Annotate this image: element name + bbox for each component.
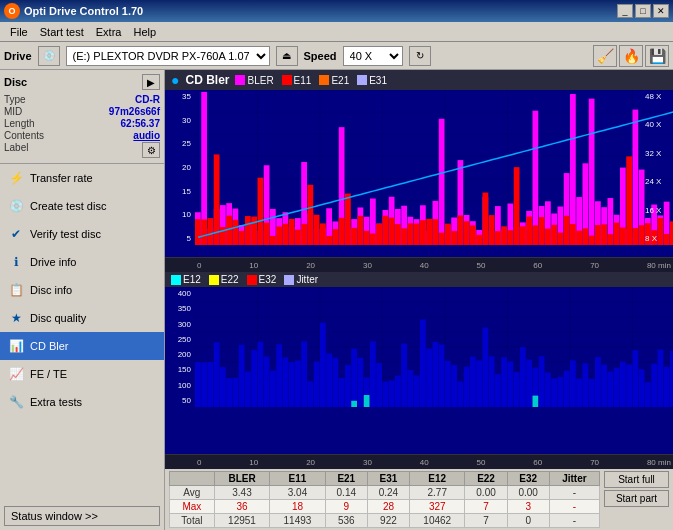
disc-type-row: Type CD-R xyxy=(4,94,160,105)
disc-arrow-button[interactable]: ▶ xyxy=(142,74,160,90)
nav-cd-bler[interactable]: 📊 CD Bler xyxy=(0,332,164,360)
legend-e32-color xyxy=(247,275,257,285)
legend-e31: E31 xyxy=(357,75,387,86)
data-table: BLER E11 E21 E31 E12 E22 E32 Jitter xyxy=(169,471,600,528)
y-axis-top-10: 10 xyxy=(165,210,193,219)
max-e31: 28 xyxy=(367,500,409,514)
status-window-button[interactable]: Status window >> xyxy=(4,506,160,526)
close-button[interactable]: ✕ xyxy=(653,4,669,18)
x-axis-60: 60 xyxy=(533,261,542,270)
y-axis-bottom-350: 350 xyxy=(165,304,193,313)
left-panel: Disc ▶ Type CD-R MID 97m26s66f Length 62… xyxy=(0,70,165,530)
max-e32: 3 xyxy=(507,500,549,514)
avg-e11: 3.04 xyxy=(270,486,325,500)
col-header-e11: E11 xyxy=(270,472,325,486)
burn-button[interactable]: 🔥 xyxy=(619,45,643,67)
table-row-avg: Avg 3.43 3.04 0.14 0.24 2.77 0.00 0.00 - xyxy=(170,486,600,500)
y-axis-speed-40: 40 X xyxy=(643,120,673,129)
app-title: Opti Drive Control 1.70 xyxy=(24,5,143,17)
menu-help[interactable]: Help xyxy=(127,25,162,39)
save-button[interactable]: 💾 xyxy=(645,45,669,67)
total-e32: 0 xyxy=(507,514,549,528)
start-full-button[interactable]: Start full xyxy=(604,471,669,488)
avg-jitter: - xyxy=(549,486,599,500)
nav-disc-quality[interactable]: ★ Disc quality xyxy=(0,304,164,332)
fe-te-icon: 📈 xyxy=(8,366,24,382)
nav-drive-info-label: Drive info xyxy=(30,256,76,268)
col-header-e21: E21 xyxy=(325,472,367,486)
x-axis-70: 70 xyxy=(590,261,599,270)
table-with-buttons: BLER E11 E21 E31 E12 E22 E32 Jitter xyxy=(169,471,669,528)
col-header-bler: BLER xyxy=(214,472,269,486)
app-window: O Opti Drive Control 1.70 _ □ ✕ File Sta… xyxy=(0,0,673,530)
total-e11: 11493 xyxy=(270,514,325,528)
max-e21: 9 xyxy=(325,500,367,514)
right-panel: ● CD Bler BLER E11 E21 xyxy=(165,70,673,530)
x2-axis-0: 0 xyxy=(197,458,201,467)
legend-e22: E22 xyxy=(209,274,239,285)
x-axis-40: 40 xyxy=(420,261,429,270)
disc-type-label: Type xyxy=(4,94,26,105)
x-axis-0: 0 xyxy=(197,261,201,270)
disc-section: Disc ▶ Type CD-R MID 97m26s66f Length 62… xyxy=(0,70,164,164)
col-header-e31: E31 xyxy=(367,472,409,486)
toolbar-buttons: 🧹 🔥 💾 xyxy=(593,45,669,67)
nav-transfer-rate[interactable]: ⚡ Transfer rate xyxy=(0,164,164,192)
nav-create-test-disc-label: Create test disc xyxy=(30,200,106,212)
x-axis-50: 50 xyxy=(477,261,486,270)
nav-extra-tests[interactable]: 🔧 Extra tests xyxy=(0,388,164,416)
nav-fe-te[interactable]: 📈 FE / TE xyxy=(0,360,164,388)
refresh-button[interactable]: ↻ xyxy=(409,46,431,66)
chart-title: CD Bler xyxy=(185,73,229,87)
app-icon: O xyxy=(4,3,20,19)
menu-extra[interactable]: Extra xyxy=(90,25,128,39)
cd-bler-icon: 📊 xyxy=(8,338,24,354)
charts-container: 35 30 25 20 15 10 5 48 X 40 X 32 X 24 X xyxy=(165,90,673,530)
menu-start-test[interactable]: Start test xyxy=(34,25,90,39)
y-axis-top-30: 30 xyxy=(165,116,193,125)
col-header-jitter: Jitter xyxy=(549,472,599,486)
x2-axis-30: 30 xyxy=(363,458,372,467)
y-axis-top-35: 35 xyxy=(165,92,193,101)
minimize-button[interactable]: _ xyxy=(617,4,633,18)
start-buttons: Start full Start part xyxy=(604,471,669,507)
total-e31: 922 xyxy=(367,514,409,528)
nav-drive-info[interactable]: ℹ Drive info xyxy=(0,248,164,276)
nav-disc-info[interactable]: 📋 Disc info xyxy=(0,276,164,304)
start-part-button[interactable]: Start part xyxy=(604,490,669,507)
eraser-button[interactable]: 🧹 xyxy=(593,45,617,67)
drive-select[interactable]: (E:) PLEXTOR DVDR PX-760A 1.07 xyxy=(66,46,270,66)
nav-disc-quality-label: Disc quality xyxy=(30,312,86,324)
y-axis-speed-32: 32 X xyxy=(643,149,673,158)
disc-contents-row: Contents audio xyxy=(4,130,160,141)
col-header-blank xyxy=(170,472,215,486)
disc-quality-icon: ★ xyxy=(8,310,24,326)
legend-jitter: Jitter xyxy=(284,274,318,285)
nav-extra-tests-label: Extra tests xyxy=(30,396,82,408)
x2-axis-80: 80 min xyxy=(647,458,671,467)
disc-label-icon-button[interactable]: ⚙ xyxy=(142,142,160,158)
y-axis-speed-8: 8 X xyxy=(643,234,673,243)
nav-verify-test-disc[interactable]: ✔ Verify test disc xyxy=(0,220,164,248)
menu-file[interactable]: File xyxy=(4,25,34,39)
max-jitter: - xyxy=(549,500,599,514)
total-e21: 536 xyxy=(325,514,367,528)
y-axis-bottom-250: 250 xyxy=(165,335,193,344)
nav-section: ⚡ Transfer rate 💿 Create test disc ✔ Ver… xyxy=(0,164,164,502)
speed-label: Speed xyxy=(304,50,337,62)
drive-info-icon: ℹ xyxy=(8,254,24,270)
table-row-max: Max 36 18 9 28 327 7 3 - xyxy=(170,500,600,514)
row-label-total: Total xyxy=(170,514,215,528)
nav-create-test-disc[interactable]: 💿 Create test disc xyxy=(0,192,164,220)
max-e11: 18 xyxy=(270,500,325,514)
eject-button[interactable]: ⏏ xyxy=(276,46,298,66)
y-axis-bottom-50: 50 xyxy=(165,396,193,405)
maximize-button[interactable]: □ xyxy=(635,4,651,18)
x2-axis-20: 20 xyxy=(306,458,315,467)
y-axis-top-20: 20 xyxy=(165,163,193,172)
bottom-chart xyxy=(195,287,673,407)
title-bar: O Opti Drive Control 1.70 _ □ ✕ xyxy=(0,0,673,22)
avg-e32: 0.00 xyxy=(507,486,549,500)
disc-contents-value[interactable]: audio xyxy=(133,130,160,141)
speed-select[interactable]: 40 X xyxy=(343,46,403,66)
